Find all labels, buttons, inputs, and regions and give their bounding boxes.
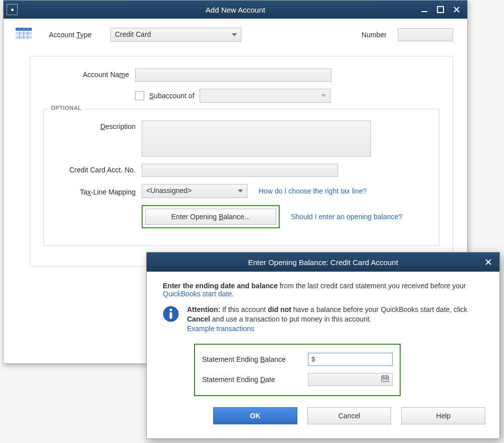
svg-rect-1 — [437, 7, 444, 13]
info-icon — [163, 306, 179, 322]
subaccount-label: Subaccount of — [149, 92, 195, 100]
help-button-label: Help — [436, 412, 451, 420]
taxline-label: Tax-Line Mapping — [50, 186, 142, 196]
dialog-close-button[interactable] — [482, 256, 494, 268]
account-name-input[interactable] — [135, 69, 332, 82]
enter-opening-balance-dialog: Enter Opening Balance: Credit Card Accou… — [146, 252, 500, 439]
help-button[interactable]: Help — [401, 407, 485, 424]
optional-fieldset: OPTIONAL Description Credit Card Acct. N… — [43, 109, 439, 246]
svg-point-16 — [170, 309, 172, 311]
description-label: Description — [50, 120, 142, 131]
statement-ending-date-input[interactable] — [308, 373, 393, 386]
svg-rect-17 — [170, 312, 172, 319]
account-table-icon — [16, 28, 32, 42]
dialog-titlebar: Enter Opening Balance: Credit Card Accou… — [147, 252, 499, 272]
statement-inputs-highlight: Statement Ending Balance Statement Endin… — [194, 344, 401, 396]
subaccount-checkbox[interactable] — [135, 91, 144, 100]
cc-acctno-label: Credit Card Acct. No. — [50, 164, 142, 174]
svg-rect-0 — [421, 11, 427, 12]
number-label: Number — [361, 31, 387, 39]
statement-ending-balance-label: Statement Ending Balance — [202, 355, 308, 363]
calendar-icon — [381, 374, 389, 384]
dialog-intro-text: Enter the ending date and balance from t… — [163, 282, 485, 298]
subaccount-select[interactable] — [200, 89, 331, 103]
attention-label: Attention: — [187, 305, 220, 313]
statement-ending-date-label: Statement Ending Date — [202, 375, 308, 384]
main-window-title: Add New Account — [4, 6, 467, 14]
taxline-select[interactable]: <Unassigned> — [142, 184, 247, 198]
svg-marker-12 — [238, 189, 243, 193]
ok-button[interactable]: OK — [213, 407, 297, 424]
enter-opening-balance-button[interactable]: Enter Opening Balance... — [145, 209, 276, 225]
account-type-value: Credit Card — [115, 30, 151, 38]
svg-rect-24 — [386, 378, 387, 379]
opening-balance-help-link[interactable]: Should I enter an opening balance? — [291, 213, 402, 221]
number-input[interactable] — [398, 28, 453, 41]
system-menu-button[interactable] — [7, 4, 18, 15]
chevron-down-icon — [238, 189, 243, 193]
account-type-select[interactable]: Credit Card — [110, 28, 241, 42]
chevron-down-icon — [232, 33, 237, 36]
maximize-button[interactable] — [435, 4, 446, 15]
opening-balance-button-label: Enter Opening Balance... — [171, 213, 250, 221]
minimize-button[interactable] — [419, 4, 430, 15]
account-type-label: Account Type — [49, 31, 103, 39]
account-details-panel: Account Name Subaccount of — [30, 56, 453, 267]
account-name-label: Account Name — [43, 69, 135, 79]
example-transactions-link[interactable]: Example transactions — [187, 325, 255, 333]
svg-marker-11 — [321, 94, 326, 97]
cc-acctno-input[interactable] — [142, 164, 338, 177]
optional-legend: OPTIONAL — [48, 105, 85, 111]
cancel-button[interactable]: Cancel — [307, 407, 392, 424]
taxline-value: <Unassigned> — [146, 186, 192, 195]
taxline-help-link[interactable]: How do I choose the right tax line? — [259, 187, 367, 195]
svg-rect-22 — [383, 378, 384, 379]
svg-rect-23 — [385, 378, 386, 379]
cancel-button-label: Cancel — [338, 412, 360, 420]
dialog-intro-rest: from the last credit card statement you … — [280, 282, 466, 290]
attention-text: Attention: If this account did not have … — [187, 305, 485, 334]
ok-button-label: OK — [250, 412, 261, 420]
description-textarea[interactable] — [142, 120, 371, 157]
main-titlebar: Add New Account — [4, 1, 467, 19]
svg-marker-10 — [232, 33, 237, 36]
quickbooks-start-date-link[interactable]: QuickBooks start date — [163, 290, 232, 298]
statement-ending-balance-input[interactable] — [308, 353, 393, 366]
dialog-title: Enter Opening Balance: Credit Card Accou… — [147, 258, 499, 267]
close-button[interactable] — [451, 4, 462, 15]
opening-balance-highlight: Enter Opening Balance... — [142, 205, 280, 228]
dialog-intro-bold: Enter the ending date and balance — [163, 282, 278, 290]
chevron-down-icon — [321, 94, 326, 97]
